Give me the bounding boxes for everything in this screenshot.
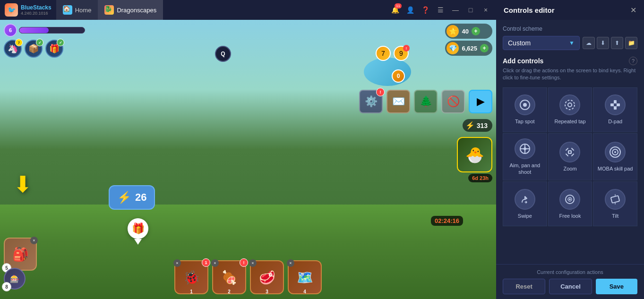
app-version: 4.240.20.1016	[21, 11, 52, 16]
control-d-pad[interactable]: D-pad	[593, 87, 637, 132]
action-badge-1: 1	[202, 258, 210, 267]
action-btn-3[interactable]: 🥩 × 3	[250, 260, 284, 294]
scheme-share-icon[interactable]: ⬆	[611, 37, 623, 49]
panel-close-button[interactable]: ✕	[630, 6, 636, 15]
zoom-icon	[559, 142, 580, 162]
aim-pan-shoot-icon	[515, 138, 535, 159]
item-icon-1[interactable]: 🦄 7	[4, 40, 22, 58]
coin-count: 6,625	[462, 45, 477, 52]
panel-body: Control scheme Custom ▼ ☁ ⬇ ⬆ 📁 Add cont…	[496, 20, 644, 264]
scheme-cloud-icon[interactable]: ☁	[583, 37, 595, 49]
lightning-card-center[interactable]: ⚡ 26	[109, 185, 155, 210]
svg-point-3	[568, 103, 572, 107]
action-close-1[interactable]: ×	[173, 259, 181, 267]
control-aim-pan-shoot[interactable]: Aim, pan and shoot	[503, 133, 547, 181]
dragon-card[interactable]: 🐣	[457, 137, 492, 172]
resource-bar-stars: ⭐ 40 +	[445, 24, 492, 39]
action-btn-2[interactable]: 🍖 ! × 2	[212, 260, 246, 294]
tab-dragonscapes-label: Dragonscapes	[117, 7, 156, 14]
gift-pin-tail	[134, 239, 142, 245]
bag-icon[interactable]: 🎒 × 5	[4, 238, 37, 271]
star-plus[interactable]: +	[472, 27, 480, 35]
svg-rect-4	[614, 100, 617, 104]
panel-title: Controls editor	[504, 6, 555, 14]
coin-icon: 💎	[447, 42, 459, 54]
aim-pan-shoot-label: Aim, pan and shoot	[506, 162, 544, 176]
item-badge-3: ✓	[57, 39, 64, 46]
tab-dragonscapes[interactable]: 🐉 Dragonscapes	[98, 0, 163, 20]
level-indicator: 6	[4, 24, 17, 37]
lightning-icon: ⚡	[465, 121, 475, 130]
control-moba-skill-pad[interactable]: MOBA skill pad	[593, 133, 637, 181]
account-button[interactable]: 👤	[404, 4, 416, 16]
q-badge: Q	[215, 46, 231, 62]
control-swipe[interactable]: Swipe	[503, 181, 547, 226]
scheme-folder-icon[interactable]: 📁	[625, 37, 637, 49]
tab-home[interactable]: 🏠 Home	[56, 0, 98, 20]
help-icon[interactable]: ?	[629, 57, 637, 65]
small-number: 8	[2, 282, 11, 291]
menu-button[interactable]: ☰	[435, 4, 446, 16]
scheme-dropdown-arrow: ▼	[569, 40, 575, 46]
notifications-button[interactable]: 🔔 11	[389, 4, 401, 16]
scheme-row: Custom ▼ ☁ ⬇ ⬆ 📁	[503, 36, 637, 50]
control-tilt[interactable]: Tilt	[593, 181, 637, 226]
action-btn-4[interactable]: 🗺️ × 4	[288, 260, 322, 294]
star-icon: ⭐	[447, 25, 459, 37]
control-tap-spot[interactable]: Tap spot	[503, 87, 547, 132]
control-free-look[interactable]: Free look	[548, 181, 592, 226]
scheme-select[interactable]: Custom ▼	[503, 36, 580, 50]
timer-value: 02:24:16	[435, 217, 459, 224]
action-number-4: 4	[303, 289, 306, 294]
panel-header: Controls editor ✕	[496, 0, 644, 20]
save-button[interactable]: Save	[596, 279, 637, 294]
add-controls-header: Add controls ?	[503, 57, 637, 65]
top-left-ui: 6 🦄 7 📦 ✓ 🎁 ✓	[4, 24, 85, 58]
bottom-left-bag: 🎒 × 5	[4, 238, 37, 271]
help-button[interactable]: ❓	[420, 4, 431, 16]
action-badge-2: !	[240, 258, 248, 267]
reset-button[interactable]: Reset	[503, 279, 545, 294]
svg-point-1	[523, 103, 527, 107]
coin-plus[interactable]: +	[480, 44, 489, 52]
action-number-1: 1	[190, 289, 193, 294]
controls-panel: Controls editor ✕ Control scheme Custom …	[496, 0, 644, 299]
action-close-4[interactable]: ×	[287, 259, 294, 267]
gift-pin[interactable]: 🎁	[128, 218, 148, 245]
svg-rect-7	[616, 103, 620, 106]
tap-spot-icon	[515, 94, 535, 115]
scheme-download-icon[interactable]: ⬇	[597, 37, 609, 49]
item-icon-3[interactable]: 🎁 ✓	[45, 40, 63, 58]
item-icon-2[interactable]: 📦 ✓	[25, 40, 43, 58]
action-close-3[interactable]: ×	[249, 259, 257, 267]
gear-button[interactable]: ⚙️ !	[359, 90, 383, 113]
item-badge-2: ✓	[36, 39, 43, 46]
tab-home-label: Home	[75, 7, 92, 14]
badge-9-alert: !	[403, 45, 410, 51]
action-btn-1[interactable]: 🐞 1 × 1	[174, 260, 208, 294]
cancel-button[interactable]: Cancel	[549, 279, 592, 294]
block-button[interactable]: 🚫	[441, 90, 465, 113]
swipe-icon	[515, 189, 535, 210]
control-repeated-tap[interactable]: Repeated tap	[548, 87, 592, 132]
control-scheme-label: Control scheme	[503, 26, 637, 32]
control-zoom[interactable]: Zoom	[548, 133, 592, 181]
small-icon[interactable]: 🎰 8	[4, 268, 26, 290]
maximize-button[interactable]: □	[465, 4, 476, 16]
lightning-resource-bar: ⚡ 313	[463, 119, 492, 132]
play-button[interactable]: ▶	[469, 90, 492, 113]
mail-button[interactable]: ✉️	[386, 90, 410, 113]
minimize-button[interactable]: —	[450, 4, 461, 16]
config-label: Current configuration actions	[503, 269, 637, 275]
bag-close[interactable]: ×	[30, 237, 38, 244]
tree-button[interactable]: 🌲	[414, 90, 438, 113]
close-button[interactable]: ×	[480, 4, 491, 16]
action-close-2[interactable]: ×	[211, 259, 219, 267]
add-controls-title: Add controls	[503, 57, 543, 65]
gear-alert: !	[376, 88, 385, 96]
action-number-3: 3	[266, 289, 268, 294]
moba-skill-pad-label: MOBA skill pad	[598, 165, 633, 172]
svg-point-12	[524, 147, 526, 150]
footer-buttons: Reset Cancel Save	[503, 279, 637, 294]
lightning-card-value: 26	[135, 191, 146, 204]
